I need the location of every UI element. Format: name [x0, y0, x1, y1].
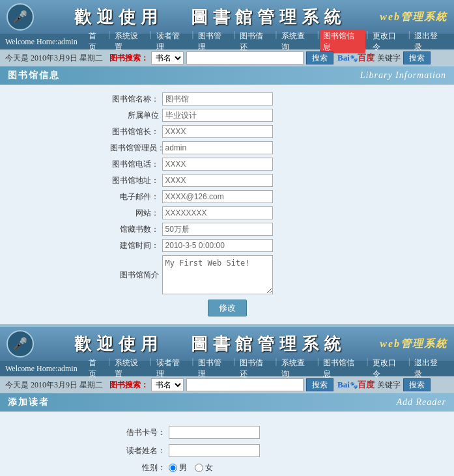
logo-icon-2: 🎤	[13, 337, 27, 351]
label-libname: 图书馆名称：	[110, 94, 162, 105]
baidu-search-button-2[interactable]: 搜索	[403, 378, 431, 391]
input-address[interactable]	[162, 174, 273, 187]
navbar-links-2: 首页| 系统设置| 读者管理| 图书管理| 图书借还| 系统查询| 图书馆信息|…	[85, 357, 449, 380]
keyword-label-1: 关键字	[377, 53, 401, 64]
library-info-content: 图书馆名称： 所属单位 图书馆馆长： 图书馆管理员： 图书馆电话： 图书馆地址：	[0, 85, 454, 324]
form-row-website: 网站：	[110, 206, 345, 219]
nav-changepw-1[interactable]: 更改口令	[369, 30, 407, 53]
label-director: 图书馆馆长：	[110, 126, 162, 137]
header-2: 🎤 歡迎使用 圖書館管理系統 web管理系統	[0, 327, 454, 361]
nav-libinfo-1[interactable]: 图书馆信息	[320, 30, 365, 53]
form-row-admin: 图书馆管理员：	[110, 141, 345, 154]
navbar-welcome-2: Welcome Home:admin	[5, 364, 78, 374]
search-input-1[interactable]	[186, 51, 304, 64]
input-website[interactable]	[162, 206, 273, 219]
nav-borrow-1[interactable]: 图书借还	[236, 30, 274, 53]
section-header-1: 图书馆信息 Library Information	[0, 66, 454, 85]
header-title-2: 歡迎使用 圖書館管理系統	[40, 333, 380, 356]
input-readername[interactable]	[169, 444, 260, 457]
nav-libinfo-2[interactable]: 图书馆信息	[320, 357, 365, 380]
navbar-welcome-1: Welcome Home:admin	[5, 37, 78, 47]
gender-female-radio[interactable]	[195, 464, 203, 472]
label-gender: 性别：	[123, 462, 169, 473]
nav-settings-2[interactable]: 系统设置	[111, 357, 149, 380]
form-row-libname: 图书馆名称：	[110, 92, 345, 105]
form-row-phone: 图书馆电话：	[110, 158, 345, 171]
logo-icon-1: 🎤	[13, 10, 27, 24]
input-unit[interactable]	[162, 109, 273, 122]
nav-books-2[interactable]: 图书管理	[195, 357, 233, 380]
gender-female-text: 女	[205, 462, 213, 473]
nav-changepw-2[interactable]: 更改口令	[369, 357, 407, 380]
search-button-2[interactable]: 搜索	[306, 378, 333, 391]
nav-readers-2[interactable]: 读者管理	[153, 357, 191, 380]
form-row-intro: 图书馆简介 My First Web Site!	[110, 255, 345, 294]
input-admin[interactable]	[162, 141, 273, 154]
label-intro: 图书馆简介	[110, 270, 162, 281]
input-libname[interactable]	[162, 92, 273, 105]
label-website: 网站：	[110, 208, 162, 219]
nav-readers-1[interactable]: 读者管理	[153, 30, 191, 53]
label-readername: 读者姓名：	[123, 445, 169, 456]
reader-row-cardno: 借书卡号：	[123, 426, 332, 439]
nav-books-1[interactable]: 图书管理	[195, 30, 233, 53]
header-web-1: web管理系統	[380, 10, 447, 24]
form-row-director: 图书馆馆长：	[110, 125, 345, 138]
label-cardno: 借书卡号：	[123, 427, 169, 438]
form-row-unit: 所属单位	[110, 109, 345, 122]
gender-male-radio[interactable]	[169, 464, 177, 472]
label-email: 电子邮件：	[110, 191, 162, 203]
searchbar-1: 今天是 2010年3月9日 星期二 图书搜索： 书名 搜索 Bai🐾百度 关键字…	[0, 49, 454, 66]
nav-logout-2[interactable]: 退出登录	[411, 357, 449, 380]
reader-row-readername: 读者姓名：	[123, 444, 332, 457]
input-email[interactable]	[162, 190, 273, 203]
form-row-address: 图书馆地址：	[110, 174, 345, 187]
label-address: 图书馆地址：	[110, 175, 162, 186]
label-unit: 所属单位	[110, 110, 162, 121]
navbar-1: Welcome Home:admin 首页| 系统设置| 读者管理| 图书管理|…	[0, 34, 454, 49]
label-founded: 建馆时间：	[110, 240, 162, 251]
nav-query-1[interactable]: 系统查询	[278, 30, 316, 53]
baidu-search-button-1[interactable]: 搜索	[403, 51, 431, 64]
input-intro[interactable]: My First Web Site!	[162, 255, 273, 294]
search-label-2: 图书搜索：	[109, 380, 149, 391]
nav-query-2[interactable]: 系统查询	[278, 357, 316, 380]
section-title-en-2: Add Reader	[397, 397, 446, 408]
label-admin: 图书馆管理员：	[110, 143, 162, 154]
reader-form: 借书卡号： 读者姓名： 性别： 男 女 身份证ID：	[123, 419, 332, 476]
nav-home-2[interactable]: 首页	[85, 357, 107, 380]
section-title-cn-2: 添加读者	[8, 397, 50, 408]
gender-radio-group: 男 女	[169, 462, 213, 473]
add-reader-content: 借书卡号： 读者姓名： 性别： 男 女 身份证ID：	[0, 412, 454, 476]
search-button-1[interactable]: 搜索	[306, 51, 333, 64]
input-cardno[interactable]	[169, 426, 260, 439]
logo-1: 🎤	[7, 3, 34, 31]
header-1: 🎤 歡迎使用 圖書館管理系統 web管理系統	[0, 0, 454, 34]
baidu-logo-1: Bai🐾百度	[337, 52, 375, 64]
nav-logout-1[interactable]: 退出登录	[411, 30, 449, 53]
input-founded[interactable]	[162, 239, 273, 252]
gender-female-label[interactable]: 女	[195, 462, 213, 473]
search-type-select-1[interactable]: 书名	[151, 51, 184, 64]
date-1: 今天是 2010年3月9日 星期二	[5, 53, 103, 64]
search-label-1: 图书搜索：	[109, 53, 149, 64]
input-bookcount[interactable]	[162, 223, 273, 236]
input-director[interactable]	[162, 125, 273, 138]
nav-home-1[interactable]: 首页	[85, 30, 107, 53]
gender-male-text: 男	[179, 462, 187, 473]
nav-settings-1[interactable]: 系统设置	[111, 30, 149, 53]
form-row-founded: 建馆时间：	[110, 239, 345, 252]
baidu-logo-2: Bai🐾百度	[337, 379, 375, 391]
reader-row-gender: 性别： 男 女	[123, 462, 332, 473]
search-input-2[interactable]	[186, 378, 304, 391]
input-phone[interactable]	[162, 158, 273, 171]
header-title-1: 歡迎使用 圖書館管理系統	[40, 6, 380, 29]
modify-button[interactable]: 修改	[208, 300, 247, 316]
search-type-select-2[interactable]: 书名	[151, 378, 184, 391]
section-title-en-1: Library Information	[360, 70, 446, 81]
library-form: 图书馆名称： 所属单位 图书馆馆长： 图书馆管理员： 图书馆电话： 图书馆地址：	[110, 92, 345, 316]
gender-male-label[interactable]: 男	[169, 462, 187, 473]
nav-borrow-2[interactable]: 图书借还	[236, 357, 274, 380]
section-header-2: 添加读者 Add Reader	[0, 393, 454, 412]
logo-2: 🎤	[7, 330, 34, 357]
